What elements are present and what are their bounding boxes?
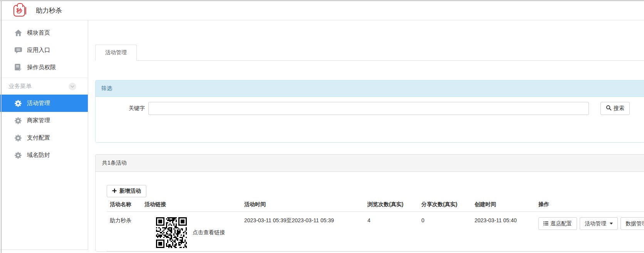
view-link-text[interactable]: 点击查看链接 xyxy=(193,229,225,236)
activity-list-panel: 共1条活动 新增活动 活动名称 活动链接 xyxy=(95,154,644,252)
activity-count-summary: 共1条活动 xyxy=(96,155,644,172)
search-button-label: 搜索 xyxy=(614,105,624,112)
comment-icon xyxy=(14,47,22,54)
data-manage-dropdown-button[interactable]: 数据管理 xyxy=(621,217,644,230)
home-icon xyxy=(14,29,22,37)
sidebar-item-app-entry[interactable]: 应用入口 xyxy=(0,42,88,59)
store-config-label: 逛店配置 xyxy=(550,220,572,227)
activity-manage-dropdown-button[interactable]: 活动管理 xyxy=(580,217,618,230)
plus-icon xyxy=(112,188,117,194)
cell-created-time: 2023-03-11 05:40 xyxy=(471,212,535,251)
sidebar-item-payment-config[interactable]: 支付配置 xyxy=(0,129,88,146)
cell-activity-name: 助力秒杀 xyxy=(107,212,141,251)
keyword-input[interactable] xyxy=(148,102,589,115)
list-icon xyxy=(543,221,548,227)
sidebar-section-label: 业务菜单 xyxy=(8,83,32,90)
sidebar-item-label: 模块首页 xyxy=(27,29,50,37)
sidebar-item-label: 活动管理 xyxy=(27,100,50,107)
tab-activity-management[interactable]: 活动管理 xyxy=(95,45,137,61)
sidebar: 模块首页 应用入口 操作员权限 业务菜单 活动管理 xyxy=(0,20,88,250)
activity-manage-label: 活动管理 xyxy=(585,220,606,227)
sidebar-item-label: 域名防封 xyxy=(27,151,50,159)
sidebar-item-activity-management[interactable]: 活动管理 xyxy=(0,95,88,112)
sidebar-item-module-home[interactable]: 模块首页 xyxy=(0,24,88,42)
sidebar-item-label: 支付配置 xyxy=(27,134,50,141)
cell-activity-time: 2023-03-11 05:39至2023-03-11 05:39 xyxy=(241,212,364,251)
cell-view-count: 4 xyxy=(364,212,418,251)
col-activity-time: 活动时间 xyxy=(241,197,364,212)
col-activity-link: 活动链接 xyxy=(141,197,241,212)
gear-icon xyxy=(14,117,22,125)
data-manage-label: 数据管理 xyxy=(626,220,644,227)
sidebar-item-domain-protection[interactable]: 域名防封 xyxy=(0,146,88,164)
table-header-row: 活动名称 活动链接 活动时间 浏览次数(真实) 分享次数(真实) 创建时间 操作 xyxy=(107,197,644,212)
col-actions: 操作 xyxy=(535,197,644,212)
sidebar-item-merchant-management[interactable]: 商家管理 xyxy=(0,112,88,129)
gear-icon xyxy=(14,100,22,107)
qr-code-image xyxy=(156,217,187,248)
main-content: 活动管理 筛选 关键字 搜索 共1条活动 xyxy=(88,20,644,253)
store-config-button[interactable]: 逛店配置 xyxy=(538,217,577,230)
window-left-edge xyxy=(1,1,2,253)
gear-icon xyxy=(14,151,22,159)
col-share-count: 分享次数(真实) xyxy=(418,197,471,212)
cell-actions: 逛店配置 活动管理 数据管理 xyxy=(535,212,644,251)
app-logo-icon: 秒 xyxy=(13,5,25,17)
sidebar-item-label: 商家管理 xyxy=(27,117,50,124)
filter-panel: 筛选 关键字 搜索 xyxy=(95,80,644,143)
col-activity-name: 活动名称 xyxy=(107,197,141,212)
add-activity-button[interactable]: 新增活动 xyxy=(107,185,146,197)
col-created-time: 创建时间 xyxy=(471,197,535,212)
cell-activity-link: 点击查看链接 xyxy=(141,212,241,251)
filter-panel-title: 筛选 xyxy=(96,80,644,97)
document-pen-icon xyxy=(14,64,22,72)
add-activity-label: 新增活动 xyxy=(119,188,141,195)
search-icon xyxy=(606,105,612,112)
col-view-count: 浏览次数(真实) xyxy=(364,197,418,212)
sidebar-item-label: 操作员权限 xyxy=(27,64,56,71)
app-title: 助力秒杀 xyxy=(36,6,62,15)
chevron-down-icon xyxy=(69,83,76,90)
keyword-label: 关键字 xyxy=(101,105,148,112)
logo-char: 秒 xyxy=(17,8,22,13)
sidebar-section-business-menu[interactable]: 业务菜单 xyxy=(0,78,88,95)
cell-share-count: 0 xyxy=(418,212,471,251)
sidebar-item-operator-permissions[interactable]: 操作员权限 xyxy=(0,59,88,76)
activity-table: 活动名称 活动链接 活动时间 浏览次数(真实) 分享次数(真实) 创建时间 操作… xyxy=(107,197,644,251)
search-button[interactable]: 搜索 xyxy=(600,102,630,115)
gear-icon xyxy=(14,134,22,142)
table-row: 助力秒杀 点击查看链接 2023-03-11 05:39至2023-03-11 … xyxy=(107,212,644,251)
topbar: 秒 助力秒杀 xyxy=(0,1,644,20)
caret-down-icon xyxy=(610,223,613,225)
tab-bar: 活动管理 xyxy=(95,45,644,61)
sidebar-item-label: 应用入口 xyxy=(27,47,50,54)
